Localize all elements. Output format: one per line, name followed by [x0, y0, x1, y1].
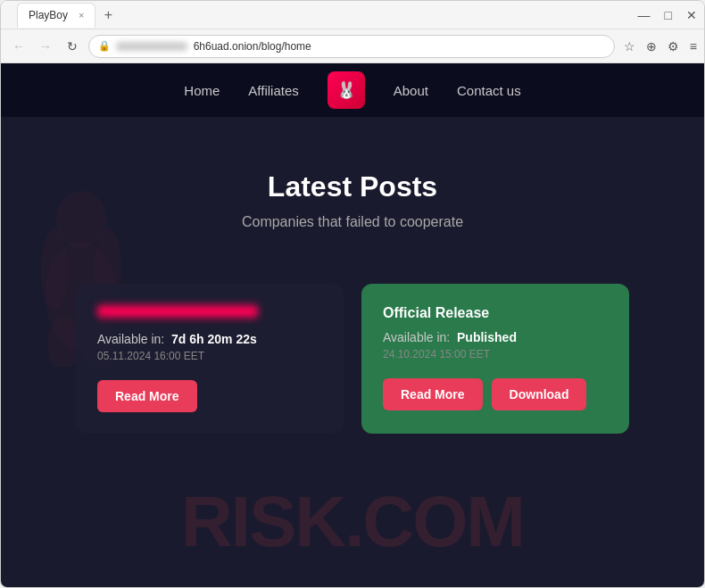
address-text: 6h6uad.onion/blog/home: [116, 40, 605, 53]
tab-close-button[interactable]: ×: [79, 10, 84, 21]
address-blur-1: [116, 42, 187, 51]
tab-title: PlayBoy: [29, 9, 68, 21]
browser-tab[interactable]: PlayBoy ×: [17, 3, 95, 28]
card-1-date: 05.11.2024 16:00 EET: [97, 350, 322, 362]
extensions-icon[interactable]: ⚙: [668, 39, 679, 54]
card-2-availability: Available in: Published: [383, 330, 608, 344]
security-icon[interactable]: ⊕: [646, 39, 657, 54]
maximize-button[interactable]: □: [665, 8, 672, 22]
card-1-availability: Available in: 7d 6h 20m 22s: [97, 332, 322, 346]
webpage-inner[interactable]: RISK.COM Home Affiliates 🐰 About Contact…: [1, 63, 704, 587]
address-bar: ← → ↻ 🔒 6h6uad.onion/blog/home ☆ ⊕ ⚙ ≡: [1, 29, 704, 63]
card-2-avail-value: Published: [457, 330, 517, 344]
card-1-avail-label: Available in:: [97, 332, 164, 346]
card-1: Available in: 7d 6h 20m 22s 05.11.2024 1…: [76, 284, 344, 434]
hero-title: Latest Posts: [37, 170, 668, 203]
refresh-button[interactable]: ↻: [62, 36, 83, 57]
hero-section: Latest Posts Companies that failed to co…: [1, 117, 704, 266]
address-url: 6h6uad.onion/blog/home: [194, 40, 311, 53]
new-tab-button[interactable]: +: [95, 3, 120, 28]
back-button[interactable]: ←: [8, 36, 29, 57]
card-2-title: Official Release: [383, 305, 608, 321]
nav-logo[interactable]: 🐰: [328, 71, 365, 109]
nav-about[interactable]: About: [394, 83, 428, 98]
lock-icon: 🔒: [98, 40, 111, 52]
title-bar: PlayBoy × + — □ ✕: [1, 1, 704, 29]
site-content: RISK.COM Home Affiliates 🐰 About Contact…: [1, 63, 704, 581]
card-2-avail-label: Available in:: [383, 330, 450, 344]
address-input[interactable]: 🔒 6h6uad.onion/blog/home: [88, 35, 615, 58]
card-2-read-more-button[interactable]: Read More: [383, 378, 483, 410]
watermark: RISK.COM: [181, 481, 524, 563]
nav-affiliates[interactable]: Affiliates: [248, 83, 298, 98]
minimize-button[interactable]: —: [638, 8, 651, 22]
card-2-download-button[interactable]: Download: [492, 378, 587, 410]
site-navigation: Home Affiliates 🐰 About Contact us: [1, 63, 704, 117]
menu-icon[interactable]: ≡: [690, 39, 697, 54]
webpage: RISK.COM Home Affiliates 🐰 About Contact…: [1, 63, 704, 587]
close-button[interactable]: ✕: [686, 8, 697, 22]
toolbar-icons: ☆ ⊕ ⚙ ≡: [624, 39, 697, 54]
bookmark-icon[interactable]: ☆: [624, 39, 635, 54]
title-bar-controls: — □ ✕: [638, 8, 697, 22]
card-1-read-more-button[interactable]: Read More: [97, 380, 197, 412]
browser-window: PlayBoy × + — □ ✕ ← → ↻ 🔒 6h6uad.onion/b…: [0, 0, 705, 588]
card-2-date: 24.10.2024 15:00 EET: [383, 348, 608, 360]
forward-button[interactable]: →: [35, 36, 56, 57]
nav-home[interactable]: Home: [184, 83, 220, 98]
logo-icon: 🐰: [336, 80, 356, 100]
card-1-avail-value: 7d 6h 20m 22s: [171, 332, 257, 346]
card-1-blurred-title: [97, 305, 258, 318]
card-2-actions: Read More Download: [383, 378, 608, 410]
cards-container: Available in: 7d 6h 20m 22s 05.11.2024 1…: [1, 266, 704, 487]
card-2: Official Release Available in: Published…: [361, 284, 629, 434]
nav-contact[interactable]: Contact us: [457, 83, 521, 98]
nav-links: Home Affiliates 🐰 About Contact us: [184, 71, 520, 109]
tab-bar: PlayBoy × +: [17, 3, 633, 28]
hero-subtitle: Companies that failed to cooperate: [37, 214, 668, 230]
card-1-actions: Read More: [97, 380, 322, 412]
